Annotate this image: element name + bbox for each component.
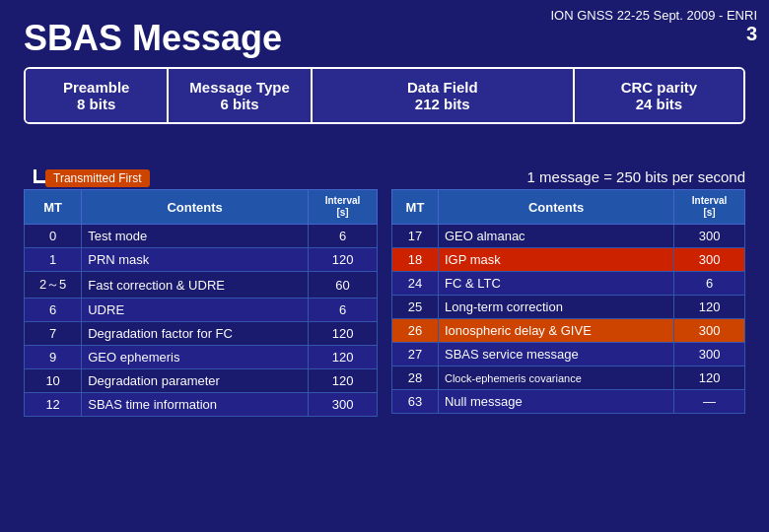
cell-contents: Null message <box>438 390 673 414</box>
transmitted-first-label: Transmitted First <box>45 169 150 187</box>
right-table-container: MT Contents Interval[s] 17GEO almanac300… <box>391 189 745 417</box>
preamble-box: Preamble8 bits <box>26 69 169 122</box>
cell-mt: 26 <box>392 319 439 343</box>
cell-mt: 12 <box>25 393 82 417</box>
cell-interval: 6 <box>309 299 378 322</box>
cell-contents: UDRE <box>82 299 309 322</box>
cell-contents: FC & LTC <box>438 272 673 296</box>
cell-contents: Fast correction & UDRE <box>82 272 309 299</box>
cell-mt: 0 <box>25 225 82 248</box>
message-structure: Preamble8 bits Message Type6 bits Data F… <box>24 67 745 124</box>
table-row: 12SBAS time information300 <box>25 393 378 417</box>
cell-mt: 1 <box>25 248 82 272</box>
cell-contents: GEO almanac <box>438 225 673 248</box>
cell-interval: — <box>674 390 745 414</box>
right-col-interval: Interval[s] <box>674 190 745 225</box>
table-row: 24FC & LTC6 <box>392 272 745 296</box>
cell-mt: 6 <box>25 299 82 322</box>
cell-interval: 6 <box>674 272 745 296</box>
cell-mt: 63 <box>392 390 439 414</box>
cell-interval: 120 <box>309 322 378 346</box>
left-table-container: MT Contents Interval[s] 0Test mode61PRN … <box>24 189 378 417</box>
left-col-interval: Interval[s] <box>309 190 378 225</box>
cell-contents: IGP mask <box>438 248 673 272</box>
cell-interval: 300 <box>674 248 745 272</box>
cell-contents: SBAS time information <box>82 393 309 417</box>
page-title: SBAS Message <box>24 18 282 59</box>
cell-interval: 120 <box>309 369 378 393</box>
left-col-contents: Contents <box>82 190 309 225</box>
table-row: 26Ionospheric delay & GIVE300 <box>392 319 745 343</box>
table-row: 17GEO almanac300 <box>392 225 745 248</box>
cell-mt: 25 <box>392 296 439 319</box>
cell-mt: 2～5 <box>25 272 82 299</box>
msg-type-box: Message Type6 bits <box>169 69 312 122</box>
cell-contents: Degradation parameter <box>82 369 309 393</box>
cell-interval: 120 <box>674 366 745 390</box>
cell-contents: GEO ephemeris <box>82 346 309 369</box>
crc-box: CRC parity24 bits <box>575 69 743 122</box>
header-info: ION GNSS 22-25 Sept. 2009 - ENRI 3 <box>550 8 757 45</box>
table-row: 10Degradation parameter120 <box>25 369 378 393</box>
table-row: 2～5Fast correction & UDRE60 <box>25 272 378 299</box>
table-row: 9GEO ephemeris120 <box>25 346 378 369</box>
cell-mt: 7 <box>25 322 82 346</box>
cell-interval: 6 <box>309 225 378 248</box>
table-row: 0Test mode6 <box>25 225 378 248</box>
message-rate-label: 1 message = 250 bits per second <box>527 168 745 185</box>
left-table: MT Contents Interval[s] 0Test mode61PRN … <box>24 189 378 417</box>
cell-mt: 27 <box>392 343 439 366</box>
cell-contents: Test mode <box>82 225 309 248</box>
cell-mt: 9 <box>25 346 82 369</box>
cell-interval: 300 <box>674 319 745 343</box>
cell-mt: 17 <box>392 225 439 248</box>
cell-contents: PRN mask <box>82 248 309 272</box>
cell-mt: 24 <box>392 272 439 296</box>
right-table: MT Contents Interval[s] 17GEO almanac300… <box>391 189 745 414</box>
data-field-box: Data Field212 bits <box>313 69 575 122</box>
table-row: 1PRN mask120 <box>25 248 378 272</box>
conference-label: ION GNSS 22-25 Sept. 2009 - ENRI <box>550 8 757 23</box>
table-row: 18IGP mask300 <box>392 248 745 272</box>
table-row: 63Null message— <box>392 390 745 414</box>
cell-interval: 300 <box>674 225 745 248</box>
cell-contents: Ionospheric delay & GIVE <box>438 319 673 343</box>
cell-mt: 10 <box>25 369 82 393</box>
table-row: 27SBAS service message300 <box>392 343 745 366</box>
cell-contents: Long-term correction <box>438 296 673 319</box>
cell-contents: SBAS service message <box>438 343 673 366</box>
cell-contents: Clock-ephemeris covariance <box>438 366 673 390</box>
left-col-mt: MT <box>25 190 82 225</box>
page-number: 3 <box>550 23 757 45</box>
info-row: Transmitted First 1 message = 250 bits p… <box>24 166 745 187</box>
cell-interval: 120 <box>674 296 745 319</box>
structure-boxes: Preamble8 bits Message Type6 bits Data F… <box>24 67 745 124</box>
table-row: 28Clock-ephemeris covariance120 <box>392 366 745 390</box>
cell-mt: 28 <box>392 366 439 390</box>
right-col-mt: MT <box>392 190 439 225</box>
cell-interval: 300 <box>674 343 745 366</box>
table-row: 25Long-term correction120 <box>392 296 745 319</box>
right-col-contents: Contents <box>438 190 673 225</box>
cell-interval: 120 <box>309 248 378 272</box>
table-row: 7Degradation factor for FC120 <box>25 322 378 346</box>
table-row: 6UDRE6 <box>25 299 378 322</box>
cell-mt: 18 <box>392 248 439 272</box>
tables-section: MT Contents Interval[s] 0Test mode61PRN … <box>24 189 745 417</box>
cell-interval: 60 <box>309 272 378 299</box>
cell-contents: Degradation factor for FC <box>82 322 309 346</box>
cell-interval: 120 <box>309 346 378 369</box>
cell-interval: 300 <box>309 393 378 417</box>
